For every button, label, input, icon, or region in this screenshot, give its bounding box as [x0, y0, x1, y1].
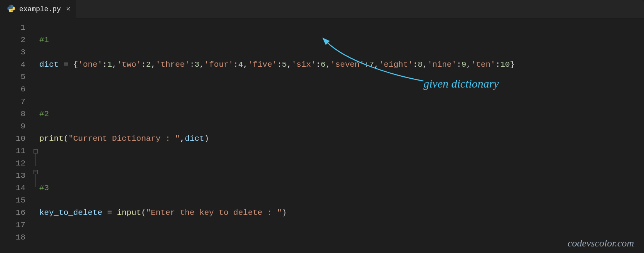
code-line: dict = {'one':1,'two':2,'three':3,'four'… — [39, 59, 644, 71]
code-editor[interactable]: 1 2 3 4 5 6 7 8 9 10 11 12 13 14 15 16 1… — [0, 19, 644, 253]
line-number: 12 — [0, 157, 25, 170]
line-number: 14 — [0, 182, 25, 194]
line-number: 5 — [0, 71, 25, 83]
code-comment: #1 — [39, 35, 49, 44]
line-number: 6 — [0, 83, 25, 96]
line-number: 10 — [0, 133, 25, 145]
fold-column: − − — [32, 22, 39, 253]
line-number: 18 — [0, 231, 25, 244]
tab-filename: example.py — [19, 5, 61, 13]
line-number: 2 — [0, 34, 25, 46]
line-number: 13 — [0, 170, 25, 182]
fold-collapse-icon[interactable]: − — [33, 149, 38, 153]
line-number-gutter: 1 2 3 4 5 6 7 8 9 10 11 12 13 14 15 16 1… — [0, 22, 32, 253]
code-comment: #3 — [39, 184, 49, 192]
tab-example-py[interactable]: example.py × — [0, 0, 76, 19]
line-number: 4 — [0, 59, 25, 71]
line-number: 15 — [0, 194, 25, 207]
code-line: key_to_delete = input("Enter the key to … — [39, 207, 644, 219]
line-number: 17 — [0, 219, 25, 231]
line-number: 16 — [0, 207, 25, 219]
close-icon[interactable]: × — [66, 5, 70, 13]
line-number: 3 — [0, 46, 25, 59]
python-file-icon — [7, 4, 15, 15]
line-number: 7 — [0, 96, 25, 108]
line-number: 8 — [0, 108, 25, 120]
code-comment: #2 — [39, 110, 49, 118]
line-number: 9 — [0, 120, 25, 133]
code-area[interactable]: #1 dict = {'one':1,'two':2,'three':3,'fo… — [39, 22, 644, 253]
tab-bar: example.py × — [0, 0, 644, 19]
line-number: 11 — [0, 145, 25, 157]
fold-collapse-icon[interactable]: − — [33, 170, 38, 174]
code-line: print("Current Dictionary : ",dict) — [39, 133, 644, 145]
line-number: 1 — [0, 22, 25, 34]
watermark: codevscolor.com — [567, 238, 634, 249]
